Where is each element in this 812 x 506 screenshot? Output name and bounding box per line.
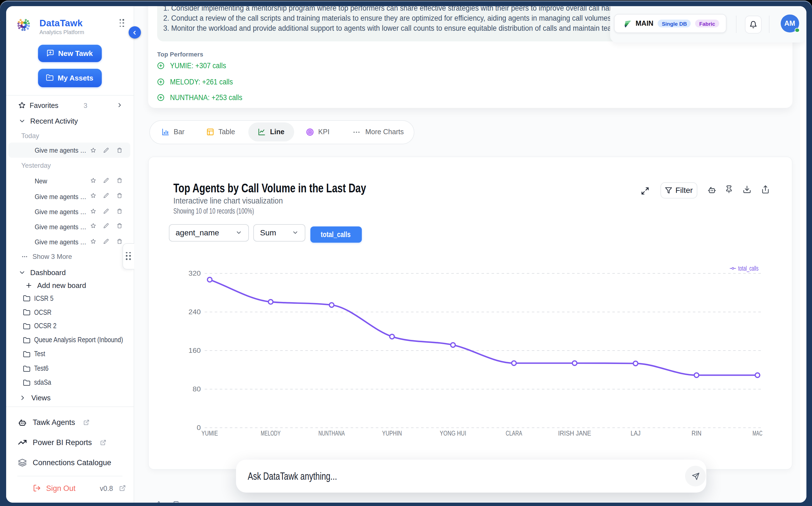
- svg-text:0: 0: [196, 424, 201, 431]
- svg-text:IRISH JANE: IRISH JANE: [558, 430, 591, 437]
- svg-text:80: 80: [193, 386, 201, 393]
- svg-text:YUPHIN: YUPHIN: [382, 430, 402, 437]
- svg-text:160: 160: [188, 347, 201, 354]
- svg-text:LAJ: LAJ: [631, 430, 640, 437]
- svg-text:RIN: RIN: [692, 430, 701, 437]
- svg-text:YONG HUI: YONG HUI: [440, 430, 466, 437]
- svg-text:MAC: MAC: [752, 430, 762, 437]
- svg-text:240: 240: [188, 308, 201, 316]
- svg-text:MELODY: MELODY: [261, 430, 281, 437]
- svg-text:YUMIE: YUMIE: [201, 430, 218, 437]
- svg-text:NUNTHANA: NUNTHANA: [319, 430, 345, 437]
- svg-text:320: 320: [188, 270, 201, 277]
- svg-text:CLARA: CLARA: [506, 430, 522, 437]
